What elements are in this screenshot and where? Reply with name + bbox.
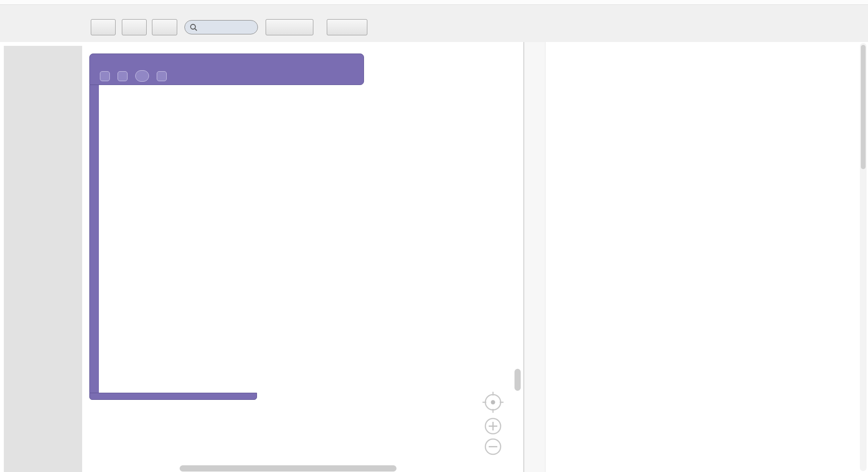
confirm-button[interactable] xyxy=(91,19,116,35)
search-box[interactable] xyxy=(184,20,258,34)
page-top-strip xyxy=(0,0,868,5)
workspace-horizontal-scrollbar[interactable] xyxy=(180,465,396,472)
main-area xyxy=(0,42,868,472)
cancel-button[interactable] xyxy=(152,19,177,35)
event-block-spine xyxy=(89,85,99,393)
event-block-bottom xyxy=(89,393,257,400)
pass-state-dropdown[interactable] xyxy=(135,70,149,82)
code-scrollbar[interactable] xyxy=(860,43,867,471)
block-category-sidebar xyxy=(4,46,82,472)
search-input[interactable] xyxy=(200,22,249,32)
event-block-header[interactable] xyxy=(89,54,364,85)
zoom-out-icon[interactable] xyxy=(485,439,501,454)
toolbar xyxy=(0,5,868,42)
trigger-checkbox[interactable] xyxy=(100,71,110,81)
map-pick-button[interactable] xyxy=(327,19,367,35)
parse-button[interactable] xyxy=(122,19,147,35)
code-gutter xyxy=(524,42,546,472)
color-picker-button[interactable] xyxy=(266,19,313,35)
enabled-checkbox[interactable] xyxy=(118,71,128,81)
zoom-in-icon[interactable] xyxy=(485,418,501,434)
blockly-workspace[interactable] xyxy=(82,42,524,472)
recenter-icon[interactable] xyxy=(482,392,504,413)
event-block-controls xyxy=(96,70,167,82)
search-icon xyxy=(190,23,197,31)
damage-checkbox[interactable] xyxy=(157,71,167,81)
code-editor[interactable] xyxy=(524,42,868,472)
workspace-vertical-scrollbar[interactable] xyxy=(514,369,521,391)
code-scrollbar-thumb[interactable] xyxy=(861,45,866,169)
workspace-zoom-controls xyxy=(476,392,512,459)
